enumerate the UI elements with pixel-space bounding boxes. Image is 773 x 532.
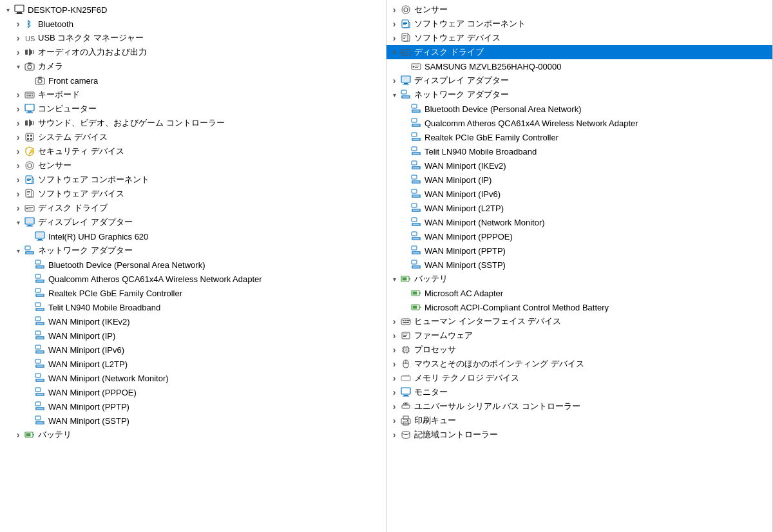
tree-item-r-wan-l2tp[interactable]: WAN Miniport (L2TP) bbox=[386, 201, 772, 215]
expand-arrow[interactable]: › bbox=[389, 5, 399, 15]
tree-item-sensor[interactable]: ›センサー bbox=[0, 158, 386, 173]
tree-item-wan-ikev2[interactable]: WAN Miniport (IKEv2) bbox=[0, 314, 386, 328]
expand-arrow[interactable]: › bbox=[13, 19, 23, 29]
tree-item-r-display[interactable]: ›ディスプレイ アダプター bbox=[386, 73, 772, 88]
tree-item-desktop[interactable]: ▾DESKTOP-KN25F6D bbox=[0, 3, 386, 17]
tree-item-qualcomm[interactable]: Qualcomm Atheros QCA61x4A Wireless Netwo… bbox=[0, 272, 386, 286]
tree-item-r-wan-pppoe[interactable]: WAN Miniport (PPPOE) bbox=[386, 229, 772, 243]
tree-item-computer[interactable]: ›コンピューター bbox=[0, 102, 386, 116]
tree-item-r-qualcomm[interactable]: Qualcomm Atheros QCA61x4A Wireless Netwo… bbox=[386, 116, 772, 130]
expand-arrow[interactable]: ▾ bbox=[389, 276, 399, 283]
tree-item-r-sw-dev[interactable]: ›ソフトウェア デバイス bbox=[386, 31, 772, 45]
expand-arrow[interactable]: › bbox=[13, 146, 23, 157]
expand-arrow[interactable]: › bbox=[13, 132, 23, 142]
left-device-tree[interactable]: ▾DESKTOP-KN25F6D›ᛒBluetooth›USBUSB コネクタ … bbox=[0, 0, 386, 532]
tree-item-telit[interactable]: Telit LN940 Mobile Broadband bbox=[0, 300, 386, 314]
icon-software bbox=[399, 17, 412, 30]
tree-item-r-wan-netmon[interactable]: WAN Miniport (Network Monitor) bbox=[386, 215, 772, 229]
tree-item-r-battery[interactable]: ▾バッテリ bbox=[386, 272, 772, 286]
expand-arrow[interactable]: › bbox=[389, 330, 399, 341]
tree-item-r-sensor[interactable]: ›センサー bbox=[386, 3, 772, 17]
expand-arrow[interactable]: › bbox=[389, 19, 399, 29]
tree-item-r-samsung[interactable]: SAMSUNG MZVLB256HAHQ-00000 bbox=[386, 59, 772, 73]
tree-item-wan-ipv6[interactable]: WAN Miniport (IPv6) bbox=[0, 343, 386, 357]
expand-arrow[interactable]: › bbox=[13, 160, 23, 171]
tree-item-wan-pptp[interactable]: WAN Miniport (PPTP) bbox=[0, 399, 386, 413]
expand-arrow[interactable]: › bbox=[389, 373, 399, 383]
tree-item-r-usb-ctrl[interactable]: ›ユニバーサル シリアル バス コントローラー bbox=[386, 399, 772, 413]
expand-arrow[interactable]: ▾ bbox=[389, 49, 399, 56]
tree-item-realtek[interactable]: Realtek PCIe GbE Family Controller bbox=[0, 286, 386, 300]
expand-arrow[interactable]: ▾ bbox=[3, 6, 13, 14]
tree-item-r-wan-ipv6[interactable]: WAN Miniport (IPv6) bbox=[386, 187, 772, 201]
expand-arrow[interactable]: › bbox=[13, 90, 23, 100]
expand-arrow[interactable]: › bbox=[389, 316, 399, 327]
expand-arrow[interactable]: › bbox=[389, 359, 399, 369]
tree-item-sound[interactable]: ›サウンド、ビデオ、およびゲーム コントローラー bbox=[0, 116, 386, 130]
right-device-tree[interactable]: ›センサー›ソフトウェア コンポーネント›ソフトウェア デバイス▾ディスク ドラ… bbox=[386, 0, 773, 532]
expand-arrow[interactable]: › bbox=[13, 175, 23, 185]
expand-arrow[interactable]: › bbox=[13, 118, 23, 128]
tree-item-software-dev[interactable]: ›ソフトウェア デバイス bbox=[0, 187, 386, 201]
expand-arrow[interactable]: › bbox=[389, 387, 399, 397]
expand-arrow[interactable]: ▾ bbox=[13, 219, 23, 226]
tree-item-display-adapter[interactable]: ▾ディスプレイ アダプター bbox=[0, 215, 386, 229]
tree-item-network[interactable]: ▾ネットワーク アダプター bbox=[0, 243, 386, 258]
expand-arrow[interactable]: › bbox=[389, 345, 399, 355]
tree-item-r-print[interactable]: ›印刷キュー bbox=[386, 413, 772, 428]
tree-item-security[interactable]: ›🔑セキュリティ デバイス bbox=[0, 144, 386, 158]
tree-item-battery[interactable]: ›バッテリ bbox=[0, 428, 386, 442]
tree-item-wan-l2tp[interactable]: WAN Miniport (L2TP) bbox=[0, 357, 386, 371]
tree-item-r-wan-ip[interactable]: WAN Miniport (IP) bbox=[386, 173, 772, 187]
tree-item-camera[interactable]: ▾カメラ bbox=[0, 59, 386, 73]
tree-item-r-processor[interactable]: ›プロセッサ bbox=[386, 343, 772, 357]
expand-arrow[interactable]: ▾ bbox=[13, 63, 23, 70]
tree-item-disk[interactable]: ›ディスク ドライブ bbox=[0, 201, 386, 215]
tree-item-audio[interactable]: ›オーディオの入力および出力 bbox=[0, 45, 386, 59]
tree-item-r-storage-ctrl[interactable]: ›記憶域コントローラー bbox=[386, 428, 772, 442]
tree-item-r-wan-ikev2[interactable]: WAN Miniport (IKEv2) bbox=[386, 158, 772, 173]
svg-rect-157 bbox=[419, 292, 421, 294]
tree-item-r-hid[interactable]: ›ヒューマン インターフェイス デバイス bbox=[386, 314, 772, 328]
tree-item-wan-sstp[interactable]: WAN Miniport (SSTP) bbox=[0, 413, 386, 428]
tree-item-usb[interactable]: ›USBUSB コネクタ マネージャー bbox=[0, 31, 386, 45]
expand-arrow[interactable]: ▾ bbox=[389, 91, 399, 99]
tree-item-wan-netmon[interactable]: WAN Miniport (Network Monitor) bbox=[0, 371, 386, 385]
tree-item-bt-pan[interactable]: Bluetooth Device (Personal Area Network) bbox=[0, 258, 386, 272]
expand-arrow[interactable]: › bbox=[13, 203, 23, 213]
tree-item-keyboard[interactable]: ›キーボード bbox=[0, 88, 386, 102]
tree-item-r-network[interactable]: ▾ネットワーク アダプター bbox=[386, 88, 772, 102]
tree-item-r-realtek[interactable]: Realtek PCIe GbE Family Controller bbox=[386, 130, 772, 144]
tree-item-software-comp[interactable]: ›ソフトウェア コンポーネント bbox=[0, 173, 386, 187]
tree-item-r-monitor[interactable]: ›モニター bbox=[386, 385, 772, 399]
expand-arrow[interactable]: › bbox=[13, 33, 23, 43]
tree-item-system-dev[interactable]: ›システム デバイス bbox=[0, 130, 386, 144]
tree-item-r-sw-comp[interactable]: ›ソフトウェア コンポーネント bbox=[386, 17, 772, 31]
tree-item-r-bt-pan[interactable]: Bluetooth Device (Personal Area Network) bbox=[386, 102, 772, 116]
tree-item-r-disk[interactable]: ▾ディスク ドライブ bbox=[386, 45, 772, 59]
tree-item-r-memory[interactable]: ›メモリ テクノロジ デバイス bbox=[386, 371, 772, 385]
expand-arrow[interactable]: › bbox=[389, 415, 399, 426]
tree-item-front-camera[interactable]: Front camera bbox=[0, 73, 386, 88]
tree-item-r-wan-sstp[interactable]: WAN Miniport (SSTP) bbox=[386, 258, 772, 272]
tree-item-wan-pppoe[interactable]: WAN Miniport (PPPOE) bbox=[0, 385, 386, 399]
item-label: プロセッサ bbox=[414, 344, 456, 356]
expand-arrow[interactable]: › bbox=[389, 430, 399, 440]
tree-item-bluetooth[interactable]: ›ᛒBluetooth bbox=[0, 17, 386, 31]
expand-arrow[interactable]: › bbox=[389, 401, 399, 412]
tree-item-r-telit[interactable]: Telit LN940 Mobile Broadband bbox=[386, 144, 772, 158]
expand-arrow[interactable]: › bbox=[389, 75, 399, 86]
tree-item-r-ms-acpi[interactable]: Microsoft ACPI-Compliant Control Method … bbox=[386, 300, 772, 314]
expand-arrow[interactable]: ▾ bbox=[13, 247, 23, 254]
tree-item-wan-ip[interactable]: WAN Miniport (IP) bbox=[0, 328, 386, 343]
expand-arrow[interactable]: › bbox=[13, 104, 23, 114]
expand-arrow[interactable]: › bbox=[13, 189, 23, 199]
expand-arrow[interactable]: › bbox=[13, 430, 23, 440]
expand-arrow[interactable]: › bbox=[389, 33, 399, 43]
tree-item-r-wan-pptp[interactable]: WAN Miniport (PPTP) bbox=[386, 243, 772, 258]
tree-item-r-ms-ac[interactable]: Microsoft AC Adapter bbox=[386, 286, 772, 300]
tree-item-r-firmware[interactable]: ›ファームウェア bbox=[386, 328, 772, 343]
tree-item-r-mouse[interactable]: ›マウスとそのほかのポインティング デバイス bbox=[386, 357, 772, 371]
tree-item-intel-uhd[interactable]: Intel(R) UHD Graphics 620 bbox=[0, 229, 386, 243]
expand-arrow[interactable]: › bbox=[13, 47, 23, 57]
